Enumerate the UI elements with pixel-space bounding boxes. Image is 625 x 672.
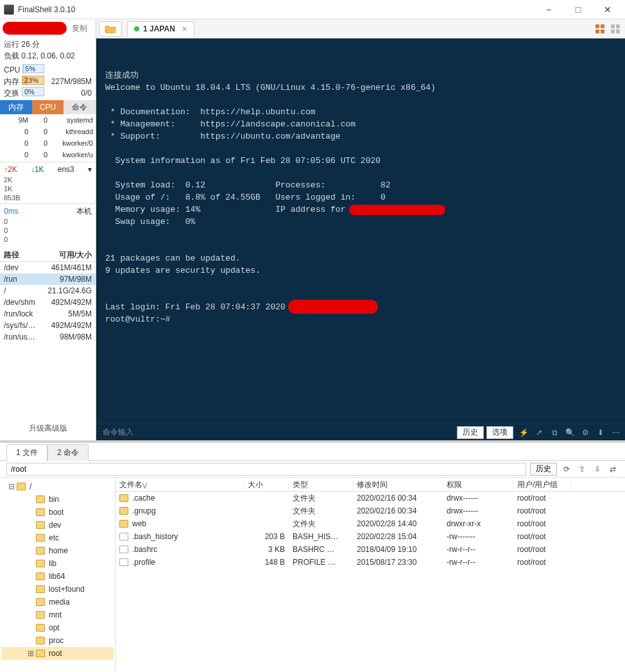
close-button[interactable]: ✕ bbox=[593, 0, 622, 19]
file-list-header[interactable]: 文件名 大小 类型 修改时间 权限 用户/用户组 bbox=[116, 478, 625, 492]
svg-rect-0 bbox=[595, 24, 599, 28]
bolt-icon[interactable]: ⚡ bbox=[518, 428, 529, 437]
file-row[interactable]: web 文件夹 2020/02/28 14:40 drwxr-xr-x root… bbox=[116, 517, 625, 530]
tree-item[interactable]: dev bbox=[1, 519, 114, 531]
terminal-line bbox=[105, 142, 616, 155]
fs-row[interactable]: /dev461M/461M bbox=[0, 262, 96, 273]
col-type[interactable]: 类型 bbox=[289, 478, 353, 492]
tree-item[interactable]: proc bbox=[1, 634, 114, 647]
proc-tab-cpu[interactable]: CPU bbox=[32, 100, 64, 114]
view-grid-alt-icon[interactable] bbox=[610, 23, 621, 35]
minimize-button[interactable]: − bbox=[534, 0, 563, 19]
upgrade-link[interactable]: 升级高级版 bbox=[0, 391, 96, 440]
terminal-tab[interactable]: 1 JAPAN ✕ bbox=[127, 21, 194, 37]
fs-row[interactable]: /run97M/98M bbox=[0, 273, 96, 285]
download-file-icon[interactable]: ⇩ bbox=[592, 463, 603, 475]
tree-item[interactable]: media bbox=[1, 596, 114, 608]
terminal-line bbox=[105, 240, 616, 252]
folder-icon bbox=[36, 495, 45, 503]
transfer-icon[interactable]: ⇄ bbox=[607, 463, 619, 475]
tab-close-icon[interactable]: ✕ bbox=[182, 25, 187, 33]
process-row[interactable]: 9M0systemd bbox=[0, 114, 96, 126]
file-row[interactable]: .gnupg 文件夹 2020/02/16 00:34 drwx------ r… bbox=[116, 504, 625, 517]
latency-host[interactable]: 本机 bbox=[76, 205, 92, 217]
folder-icon bbox=[36, 534, 45, 542]
app-icon bbox=[4, 4, 14, 15]
gear-icon[interactable]: ⚙ bbox=[580, 428, 590, 437]
window-title: FinalShell 3.0.10 bbox=[18, 5, 534, 14]
process-row[interactable]: 00kworker/0 bbox=[0, 137, 96, 149]
fs-row[interactable]: /run/lock5M/5M bbox=[0, 308, 96, 320]
tree-item[interactable]: mnt bbox=[1, 608, 114, 621]
folder-icon bbox=[36, 611, 45, 619]
file-icon bbox=[119, 533, 128, 540]
terminal-line: Last login: Fri Feb 28 07:04:37 2020 fro… bbox=[105, 301, 616, 313]
fs-row[interactable]: /dev/shm492M/492M bbox=[0, 297, 96, 308]
tree-item[interactable]: home bbox=[1, 544, 114, 557]
maximize-button[interactable]: □ bbox=[563, 0, 593, 19]
upload-icon[interactable]: ⇧ bbox=[576, 463, 588, 475]
search-icon[interactable]: 🔍 bbox=[565, 428, 575, 437]
path-input[interactable] bbox=[6, 463, 526, 476]
files-tab[interactable]: 1 文件 bbox=[6, 444, 47, 461]
more-icon[interactable]: ⋯ bbox=[611, 428, 621, 437]
terminal-line bbox=[105, 167, 616, 179]
folder-tree[interactable]: ⊟/binbootdevetchomeliblib64lost+foundmed… bbox=[0, 478, 116, 672]
col-size[interactable]: 大小 bbox=[244, 478, 289, 492]
lat-scale-tick: 0 bbox=[4, 235, 92, 244]
titlebar: FinalShell 3.0.10 − □ ✕ bbox=[0, 0, 625, 19]
col-perm[interactable]: 权限 bbox=[443, 478, 513, 492]
folder-icon bbox=[36, 547, 45, 555]
history-button-files[interactable]: 历史 bbox=[530, 463, 557, 476]
command-input[interactable]: 命令输入 bbox=[100, 427, 454, 438]
terminal-line: * Documentation: https://help.ubuntu.com bbox=[105, 106, 616, 118]
net-interface[interactable]: ens3 bbox=[58, 164, 74, 175]
tree-item[interactable]: etc bbox=[1, 531, 114, 544]
tree-item[interactable]: lib64 bbox=[1, 570, 114, 583]
history-button[interactable]: 历史 bbox=[457, 426, 484, 439]
status-sidebar: 复制 运行 26 分 负载 0.12, 0.06, 0.02 CPU 5% 内存… bbox=[0, 19, 96, 440]
folder-icon bbox=[36, 650, 45, 657]
tree-item[interactable]: boot bbox=[1, 506, 114, 519]
fs-row[interactable]: /run/us…98M/98M bbox=[0, 331, 96, 343]
tree-item[interactable]: opt bbox=[1, 621, 114, 634]
terminal-output[interactable]: 连接成功Welcome to Ubuntu 18.04.4 LTS (GNU/L… bbox=[96, 39, 625, 424]
open-folder-button[interactable] bbox=[99, 21, 122, 37]
fs-row[interactable]: /sys/fs/…492M/492M bbox=[0, 320, 96, 331]
redacted-region bbox=[3, 22, 67, 35]
connection-status-icon bbox=[134, 26, 139, 31]
proc-tab-mem[interactable]: 内存 bbox=[0, 100, 32, 114]
col-name[interactable]: 文件名 bbox=[116, 478, 244, 492]
terminal-line: System load: 0.12 Processes: 82 bbox=[105, 179, 616, 191]
folder-icon bbox=[36, 521, 45, 529]
refresh-icon[interactable]: ⟳ bbox=[561, 463, 572, 475]
terminal-tabstrip: 1 JAPAN ✕ bbox=[96, 19, 625, 39]
svg-rect-6 bbox=[611, 30, 615, 33]
tree-item[interactable]: ⊞root bbox=[1, 647, 114, 660]
file-row[interactable]: .bashrc 3 KB BASHRC … 2018/04/09 19:10 -… bbox=[116, 543, 625, 556]
file-row[interactable]: .cache 文件夹 2020/02/16 00:34 drwx------ r… bbox=[116, 492, 625, 504]
download-icon[interactable]: ⬇ bbox=[595, 428, 606, 437]
view-grid-icon[interactable] bbox=[594, 23, 606, 35]
cpu-bar: 5% bbox=[22, 64, 44, 73]
commands-tab[interactable]: 2 命令 bbox=[47, 444, 89, 461]
folder-icon bbox=[36, 560, 45, 567]
terminal-line bbox=[105, 277, 616, 289]
proc-tab-cmd[interactable]: 命令 bbox=[64, 100, 96, 114]
fs-row[interactable]: /21.1G/24.6G bbox=[0, 285, 96, 297]
col-owner[interactable]: 用户/用户组 bbox=[513, 478, 571, 492]
tree-item[interactable]: ⊟/ bbox=[1, 480, 114, 493]
tree-item[interactable]: lost+found bbox=[1, 583, 114, 596]
arrow-out-icon[interactable]: ↗ bbox=[534, 428, 544, 437]
options-button[interactable]: 选项 bbox=[486, 426, 513, 439]
col-mtime[interactable]: 修改时间 bbox=[353, 478, 443, 492]
terminal-line: Usage of /: 8.8% of 24.55GB Users logged… bbox=[105, 191, 616, 203]
copy-icon[interactable]: ⧉ bbox=[549, 428, 560, 437]
process-row[interactable]: 00kworker/u bbox=[0, 149, 96, 160]
file-row[interactable]: .bash_history 203 B BASH_HIS… 2020/02/28… bbox=[116, 530, 625, 543]
process-row[interactable]: 00kthreadd bbox=[0, 126, 96, 137]
tree-item[interactable]: bin bbox=[1, 493, 114, 506]
file-row[interactable]: .profile 148 B PROFILE … 2015/08/17 23:3… bbox=[116, 556, 625, 569]
swap-label: 交换 bbox=[4, 87, 19, 99]
tree-item[interactable]: lib bbox=[1, 557, 114, 570]
